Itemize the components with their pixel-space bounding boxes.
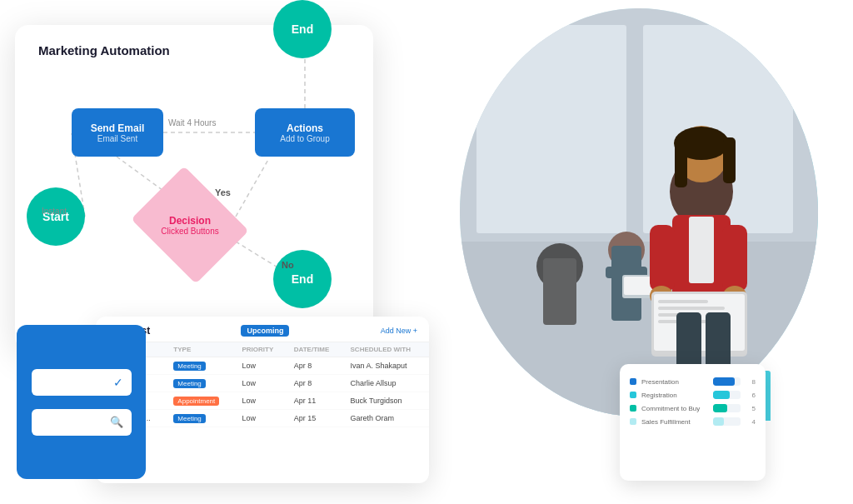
chart-label: Registration	[641, 392, 708, 399]
send-email-node: Send Email Email Sent	[72, 108, 163, 157]
yes-label: Yes	[215, 187, 231, 197]
col-priority: Priority	[235, 342, 287, 357]
decision-label: Decision Clicked Buttons	[142, 198, 238, 252]
task-table: Assigned Type Priority Date/Time Schedul…	[96, 342, 429, 427]
chart-bar-fill	[713, 404, 727, 412]
task-person: Gareth Oram	[344, 410, 429, 427]
task-card-header: Task List Upcoming Add New +	[96, 317, 429, 342]
task-type: Appointment	[167, 392, 235, 410]
upcoming-badge: Upcoming	[241, 325, 289, 337]
chart-bar-wrap	[713, 417, 741, 426]
svg-rect-38	[460, 8, 818, 417]
instant-label: Instant	[42, 207, 67, 216]
chart-row: Registration 6	[630, 391, 756, 399]
table-row: PTA Meeting Meeting Low Apr 8 Ivan A. Sh…	[96, 357, 429, 375]
search-icon: 🔍	[110, 416, 123, 428]
task-card: Task List Upcoming Add New + Assigned Ty…	[96, 317, 429, 483]
table-row: PTA Meeting Meeting Low Apr 8 Charlie Al…	[96, 375, 429, 392]
task-priority: Low	[235, 375, 287, 392]
chart-card: Presentation 8 Registration 6 Commitment…	[620, 364, 766, 481]
wait-label: Wait 4 Hours	[168, 118, 216, 127]
chart-row: Commitment to Buy 5	[630, 404, 756, 412]
no-label: No	[282, 260, 294, 270]
photo-inner	[460, 8, 818, 417]
table-row: Doctor Appt. Appointment Low Apr 11 Buck…	[96, 392, 429, 410]
chart-dot	[630, 405, 636, 412]
task-priority: Low	[235, 392, 287, 410]
photo-circle	[460, 8, 818, 417]
task-person: Buck Turgidson	[344, 392, 429, 410]
chart-dot	[630, 378, 636, 385]
col-datetime: Date/Time	[287, 342, 344, 357]
chart-bar-fill	[713, 377, 735, 386]
input-field-1[interactable]: ✓	[32, 369, 132, 396]
add-new-link[interactable]: Add New +	[381, 327, 417, 335]
chart-dot	[630, 418, 636, 425]
end-bottom-node: End	[273, 250, 332, 308]
chart-value: 8	[746, 378, 756, 386]
checkmark-icon: ✓	[113, 376, 123, 389]
task-type: Meeting	[167, 357, 235, 375]
svg-line-4	[236, 158, 269, 217]
task-person: Charlie Allsup	[344, 375, 429, 392]
office-scene	[460, 8, 818, 417]
task-priority: Low	[235, 410, 287, 427]
chart-bar-wrap	[713, 404, 741, 412]
input-card: ✓ 🔍	[17, 325, 146, 479]
main-container: Marketing Automation Start End End	[0, 0, 853, 504]
actions-node: Actions Add to Group	[255, 108, 355, 157]
chart-value: 6	[746, 392, 756, 399]
table-row: Year End Bu... Meeting Low Apr 15 Gareth…	[96, 410, 429, 427]
chart-label: Presentation	[641, 378, 708, 386]
task-date: Apr 11	[287, 392, 344, 410]
input-field-2[interactable]: 🔍	[32, 409, 132, 436]
automation-card: Marketing Automation Start End End	[15, 25, 373, 350]
chart-bar-wrap	[713, 377, 741, 386]
task-type: Meeting	[167, 375, 235, 392]
chart-row: Sales Fulfillment 4	[630, 417, 756, 426]
task-date: Apr 8	[287, 357, 344, 375]
chart-value: 5	[746, 405, 756, 412]
chart-bar-fill	[713, 391, 730, 399]
col-scheduled: Scheduled With	[344, 342, 429, 357]
chart-value: 4	[746, 418, 756, 426]
task-type: Meeting	[167, 410, 235, 427]
chart-label: Commitment to Buy	[641, 405, 708, 412]
chart-bar-wrap	[713, 391, 741, 399]
chart-dot	[630, 392, 636, 398]
chart-bars: Presentation 8 Registration 6 Commitment…	[630, 377, 756, 426]
task-date: Apr 15	[287, 410, 344, 427]
col-type: Type	[167, 342, 235, 357]
chart-label: Sales Fulfillment	[641, 418, 708, 426]
task-person: Ivan A. Shakaput	[344, 357, 429, 375]
chart-bar-fill	[713, 417, 724, 426]
chart-row: Presentation 8	[630, 377, 756, 386]
end-top-node: End	[273, 0, 332, 58]
start-node: Start	[27, 187, 85, 246]
task-date: Apr 8	[287, 375, 344, 392]
task-priority: Low	[235, 357, 287, 375]
